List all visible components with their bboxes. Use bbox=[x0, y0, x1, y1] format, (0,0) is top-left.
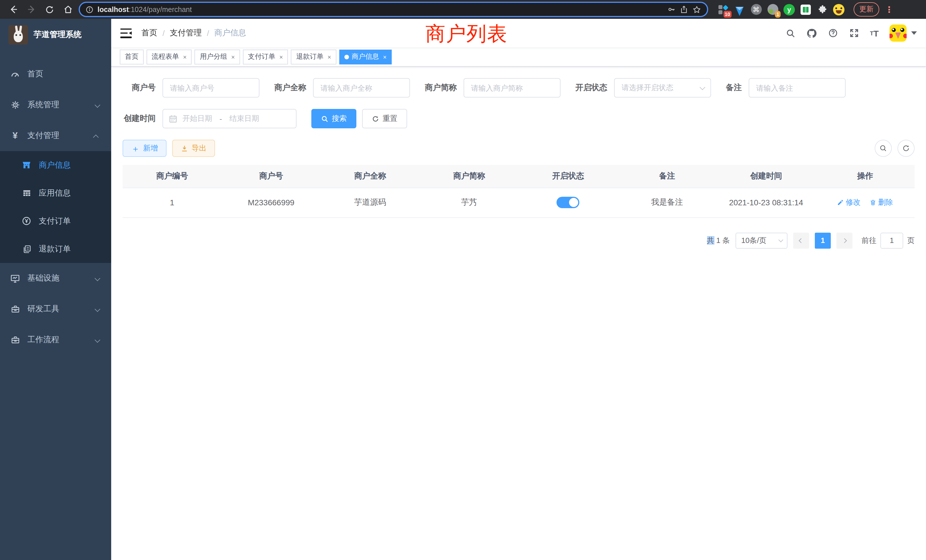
extension-y-icon[interactable]: y bbox=[784, 4, 795, 15]
extension-gem-icon[interactable] bbox=[734, 4, 745, 15]
user-avatar[interactable] bbox=[890, 24, 917, 42]
create-time-range-picker[interactable]: 开始日期 - 结束日期 bbox=[162, 109, 297, 128]
col-create-time: 创建时间 bbox=[717, 165, 816, 188]
extension-command-icon[interactable]: ⌘ bbox=[750, 4, 762, 15]
navbar-actions: TT bbox=[785, 24, 917, 42]
search-icon[interactable] bbox=[785, 28, 795, 38]
sidebar-item-system[interactable]: 系统管理 bbox=[0, 89, 111, 120]
toolbox-icon bbox=[10, 304, 20, 314]
refresh-table-button[interactable] bbox=[897, 140, 915, 157]
extension-dot-icon[interactable]: 1 bbox=[767, 4, 778, 15]
sidebar-collapse-icon[interactable] bbox=[120, 28, 132, 38]
avatar-image bbox=[890, 24, 906, 42]
breadcrumb-payment[interactable]: 支付管理 bbox=[170, 28, 202, 38]
sidebar-item-refund-order[interactable]: 退款订单 bbox=[0, 235, 111, 263]
sidebar-item-home[interactable]: 首页 bbox=[0, 59, 111, 89]
reset-button[interactable]: 重置 bbox=[362, 109, 407, 128]
url-host: localhost bbox=[97, 5, 129, 14]
tab-pay-order[interactable]: 支付订单× bbox=[243, 49, 288, 64]
filter-row-1: 商户号 商户全称 商户简称 开启状态 请选择开启状态 备注 bbox=[123, 78, 915, 97]
trash-icon bbox=[870, 199, 876, 206]
browser-forward-icon[interactable] bbox=[24, 2, 39, 17]
show-search-toggle-button[interactable] bbox=[875, 140, 892, 157]
tab-refund-order[interactable]: 退款订单× bbox=[291, 49, 336, 64]
share-icon[interactable] bbox=[680, 5, 688, 14]
browser-home-icon[interactable] bbox=[61, 2, 75, 17]
page-size-select[interactable]: 10条/页 bbox=[735, 232, 787, 248]
close-icon[interactable]: × bbox=[182, 53, 187, 60]
add-button[interactable]: ＋ 新增 bbox=[123, 140, 166, 157]
browser-back-icon[interactable] bbox=[6, 2, 21, 17]
browser-reload-icon[interactable] bbox=[42, 2, 57, 17]
filter-row-2: 创建时间 开始日期 - 结束日期 搜索 bbox=[123, 109, 915, 128]
next-page-button[interactable] bbox=[837, 232, 852, 248]
close-icon[interactable]: × bbox=[278, 53, 283, 60]
short-name-input[interactable] bbox=[464, 78, 560, 97]
close-icon[interactable]: × bbox=[327, 53, 331, 60]
close-icon[interactable]: × bbox=[382, 53, 387, 60]
chevron-down-icon bbox=[95, 274, 98, 283]
extension-sheet-icon[interactable] bbox=[800, 4, 811, 15]
breadcrumb-home[interactable]: 首页 bbox=[141, 28, 157, 38]
sidebar-item-infrastructure[interactable]: 基础设施 bbox=[0, 263, 111, 294]
search-icon bbox=[879, 144, 887, 152]
col-actions: 操作 bbox=[816, 165, 915, 188]
end-date-placeholder: 结束日期 bbox=[230, 114, 259, 124]
page-info-icon[interactable] bbox=[86, 5, 94, 14]
help-icon[interactable] bbox=[828, 28, 838, 38]
col-remark: 备注 bbox=[617, 165, 716, 188]
browser-menu-icon[interactable]: ⋮ bbox=[885, 4, 894, 15]
sidebar-logo[interactable]: 芋道管理系统 bbox=[0, 19, 111, 51]
sidebar-item-pay-order[interactable]: 支付订单 bbox=[0, 207, 111, 235]
active-dot bbox=[344, 54, 349, 59]
caret-down-icon bbox=[911, 31, 917, 35]
delete-button[interactable]: 删除 bbox=[870, 197, 893, 207]
edit-button[interactable]: 修改 bbox=[837, 197, 861, 207]
col-short-name: 商户简称 bbox=[420, 165, 519, 188]
refresh-icon bbox=[902, 144, 910, 152]
annotation-merchant-list: 商户列表 bbox=[425, 21, 507, 47]
extensions-puzzle-icon[interactable] bbox=[817, 4, 828, 15]
sidebar-item-merchant-info[interactable]: 商户信息 bbox=[0, 151, 111, 179]
tab-merchant-info[interactable]: 商户信息× bbox=[339, 49, 392, 64]
tab-process-form[interactable]: 流程表单× bbox=[147, 49, 192, 64]
page-1-button[interactable]: 1 bbox=[815, 232, 831, 248]
prev-page-button[interactable] bbox=[793, 232, 809, 248]
sidebar-item-workflow[interactable]: 工作流程 bbox=[0, 324, 111, 355]
profile-avatar-icon[interactable] bbox=[833, 4, 844, 15]
pagination: 共 1 条 10条/页 1 前往 页 bbox=[123, 232, 915, 248]
tab-user-group[interactable]: 用户分组× bbox=[195, 49, 240, 64]
fullscreen-icon[interactable] bbox=[849, 28, 859, 38]
field-label: 商户号 bbox=[123, 83, 156, 93]
merchant-no-input[interactable] bbox=[162, 78, 259, 97]
url-text[interactable]: localhost:1024/pay/merchant bbox=[97, 5, 663, 14]
col-merchant-no: 商户号 bbox=[221, 165, 321, 188]
goto-page-input[interactable] bbox=[881, 232, 903, 248]
font-size-icon[interactable]: TT bbox=[870, 28, 879, 38]
sidebar-item-label: 退款订单 bbox=[39, 244, 71, 254]
full-name-input[interactable] bbox=[313, 78, 410, 97]
remark-input[interactable] bbox=[749, 78, 846, 97]
sidebar-item-payment[interactable]: ¥ 支付管理 bbox=[0, 120, 111, 151]
address-bar[interactable]: localhost:1024/pay/merchant bbox=[79, 2, 708, 17]
close-icon[interactable]: × bbox=[230, 53, 235, 60]
export-button[interactable]: 导出 bbox=[172, 140, 215, 157]
browser-update-button[interactable]: 更新 bbox=[853, 2, 879, 17]
search-button[interactable]: 搜索 bbox=[311, 109, 356, 128]
bookmark-star-icon[interactable] bbox=[692, 5, 701, 14]
sidebar-item-label: 支付管理 bbox=[27, 130, 59, 141]
status-select[interactable]: 请选择开启状态 bbox=[614, 78, 711, 97]
sidebar-item-dev-tools[interactable]: 研发工具 bbox=[0, 294, 111, 324]
password-key-icon[interactable] bbox=[667, 5, 676, 14]
field-label: 商户简称 bbox=[425, 83, 457, 93]
chevron-down-icon bbox=[95, 100, 98, 109]
github-icon[interactable] bbox=[806, 28, 817, 38]
app-window: 芋道管理系统 首页 系统管理 ¥ bbox=[0, 19, 926, 560]
pencil-icon bbox=[837, 199, 844, 206]
field-label: 创建时间 bbox=[123, 114, 156, 124]
sidebar-item-app-info[interactable]: 应用信息 bbox=[0, 179, 111, 207]
extension-blocks-icon[interactable]: 10 bbox=[717, 4, 729, 15]
chevron-down-icon bbox=[778, 237, 783, 242]
status-toggle[interactable] bbox=[557, 197, 580, 208]
tab-home[interactable]: 首页 bbox=[120, 49, 144, 64]
